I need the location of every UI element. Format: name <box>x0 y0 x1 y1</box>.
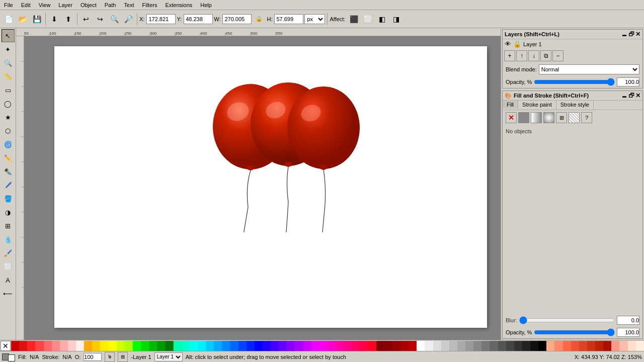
no-color-button[interactable]: ✕ <box>1 341 11 351</box>
spray-tool[interactable]: 🖌️ <box>2 246 15 259</box>
color-cell[interactable] <box>328 341 336 351</box>
color-cell[interactable] <box>636 341 644 351</box>
color-cell[interactable] <box>384 341 392 351</box>
color-cell[interactable] <box>255 341 263 351</box>
color-cell[interactable] <box>514 341 522 351</box>
new-button[interactable]: 📄 <box>2 13 15 26</box>
add-layer-button[interactable]: + <box>504 50 515 61</box>
affect-btn-2[interactable]: ⬜ <box>361 13 374 26</box>
gradient-tool[interactable]: ◑ <box>2 206 15 219</box>
menu-file[interactable]: File <box>0 1 17 9</box>
layer-select[interactable]: Layer 1 <box>154 352 183 361</box>
color-cell[interactable] <box>247 341 255 351</box>
color-cell[interactable] <box>84 341 92 351</box>
opacity-input[interactable] <box>84 353 102 361</box>
zoom-out-button[interactable]: 🔎 <box>122 13 135 26</box>
fill-none-button[interactable]: ✕ <box>506 112 517 123</box>
color-cell[interactable] <box>44 341 52 351</box>
calligraphy-tool[interactable]: 🖊️ <box>2 178 15 192</box>
tab-stroke-paint[interactable]: Stroke paint <box>518 101 556 110</box>
text-tool[interactable]: A <box>2 274 15 287</box>
color-cell[interactable] <box>230 341 238 351</box>
spiral-tool[interactable]: 🌀 <box>2 138 15 151</box>
fill-stroke-maximize[interactable]: 🗗 <box>628 92 634 99</box>
redo-button[interactable]: ↪ <box>94 13 107 26</box>
menu-text[interactable]: Text <box>120 1 138 9</box>
color-cell[interactable] <box>619 341 627 351</box>
color-cell[interactable] <box>457 341 465 351</box>
menu-edit[interactable]: Edit <box>17 1 35 9</box>
color-cell[interactable] <box>571 341 579 351</box>
mesh-tool[interactable]: ⊞ <box>2 219 15 232</box>
undo-button[interactable]: ↩ <box>79 13 93 26</box>
color-cell[interactable] <box>481 341 490 351</box>
dropper-tool[interactable]: 💧 <box>2 233 15 246</box>
color-cell[interactable] <box>35 341 43 351</box>
menu-path[interactable]: Path <box>101 1 120 9</box>
layers-panel-maximize[interactable]: 🗗 <box>628 31 634 38</box>
color-cell[interactable] <box>311 341 319 351</box>
fill-pattern-button[interactable] <box>569 112 580 123</box>
color-cell[interactable] <box>214 341 222 351</box>
color-cell[interactable] <box>554 341 562 351</box>
color-cell[interactable] <box>595 341 603 351</box>
zoom-in-button[interactable]: 🔍 <box>108 13 121 26</box>
color-cell[interactable] <box>538 341 546 351</box>
affect-btn-1[interactable]: ⬛ <box>347 13 360 26</box>
blend-mode-select[interactable]: Normal Multiply Screen Overlay <box>539 64 639 74</box>
pencil-tool[interactable]: ✏️ <box>2 151 15 164</box>
eraser-tool[interactable]: ⬜ <box>2 260 15 273</box>
color-cell[interactable] <box>522 341 530 351</box>
layer-up-button[interactable]: ↑ <box>516 50 527 61</box>
layers-opacity-input[interactable] <box>617 77 639 86</box>
color-cell[interactable] <box>190 341 198 351</box>
color-cell[interactable] <box>506 341 514 351</box>
fill-mesh-button[interactable]: ⊞ <box>556 112 567 123</box>
color-cell[interactable] <box>433 341 441 351</box>
color-cell[interactable] <box>352 341 360 351</box>
rect-tool[interactable]: ▭ <box>2 83 15 97</box>
bucket-tool[interactable]: 🪣 <box>2 192 15 205</box>
layer-duplicate-button[interactable]: ⧉ <box>540 50 551 61</box>
fill-unknown-button[interactable]: ? <box>581 112 592 123</box>
color-cell[interactable] <box>68 341 76 351</box>
tab-stroke-style[interactable]: Stroke style <box>556 101 594 110</box>
color-cell[interactable] <box>376 341 384 351</box>
grid-icon[interactable]: ⊞ <box>118 352 128 362</box>
save-button[interactable]: 💾 <box>30 13 43 26</box>
drawing-canvas[interactable] <box>54 46 487 328</box>
color-cell[interactable] <box>76 341 84 351</box>
color-cell[interactable] <box>271 341 279 351</box>
color-cell[interactable] <box>109 341 117 351</box>
color-cell[interactable] <box>27 341 35 351</box>
layer-eye-icon[interactable]: 👁 <box>505 40 511 48</box>
delete-layer-button[interactable]: − <box>552 50 564 61</box>
bezier-tool[interactable]: ✒️ <box>2 165 15 178</box>
open-button[interactable]: 📂 <box>16 13 29 26</box>
lock-aspect-button[interactable]: 🔒 <box>253 13 266 26</box>
color-cell[interactable] <box>611 341 619 351</box>
color-cell[interactable] <box>117 341 125 351</box>
menu-layer[interactable]: Layer <box>54 1 76 9</box>
unit-select[interactable]: pxmmcmin <box>304 14 325 24</box>
color-cell[interactable] <box>603 341 611 351</box>
menu-extensions[interactable]: Extensions <box>161 1 196 9</box>
color-cell[interactable] <box>263 341 271 351</box>
color-cell[interactable] <box>279 341 287 351</box>
color-cell[interactable] <box>579 341 587 351</box>
color-cell[interactable] <box>60 341 68 351</box>
fill-stroke-minimize[interactable]: 🗕 <box>621 92 627 99</box>
color-cell[interactable] <box>222 341 230 351</box>
color-cell[interactable] <box>287 341 295 351</box>
color-cell[interactable] <box>465 341 473 351</box>
color-cell[interactable] <box>417 341 425 351</box>
layers-panel-close[interactable]: ✕ <box>635 31 640 38</box>
color-cell[interactable] <box>198 341 206 351</box>
color-cell[interactable] <box>587 341 595 351</box>
measure-tool[interactable]: 📏 <box>2 70 15 83</box>
layer-lock-icon[interactable]: 🔒 <box>513 40 521 48</box>
menu-help[interactable]: Help <box>196 1 216 9</box>
blur-input[interactable] <box>617 316 639 325</box>
affect-btn-3[interactable]: ◧ <box>375 13 388 26</box>
affect-btn-4[interactable]: ◨ <box>389 13 403 26</box>
